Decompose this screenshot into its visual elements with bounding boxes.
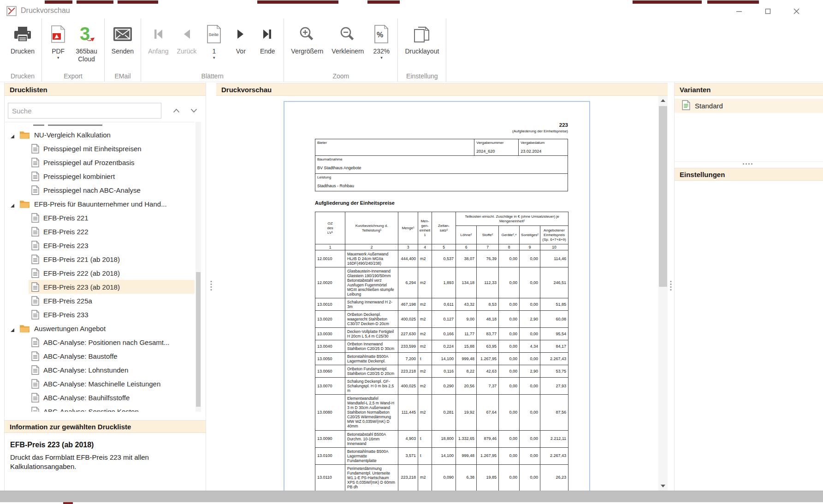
ep-table-cell: 14,100 bbox=[432, 353, 456, 365]
toolbar-button-232[interactable]: %232%▾ bbox=[368, 21, 395, 61]
document-icon bbox=[31, 185, 39, 195]
minimize-icon bbox=[736, 8, 742, 14]
close-button[interactable] bbox=[786, 4, 807, 18]
info-title: EFB-Preis 223 (ab 2018) bbox=[10, 441, 200, 449]
tree-item-abc-analyse-lohnstunden[interactable]: ABC-Analyse: Lohnstunden bbox=[5, 363, 195, 377]
tree-item-preisspiegel-mit-einheitspreisen[interactable]: Preisspiegel mit Einheitspreisen bbox=[5, 142, 195, 155]
ep-table-cell: 8,22 bbox=[456, 365, 477, 378]
tree-expander-icon[interactable] bbox=[10, 132, 15, 141]
ep-table-row: 13.0060Ortbeton Fundamentpl. Stahlbeton … bbox=[315, 365, 568, 378]
ep-table-cell: 0,537 bbox=[432, 250, 456, 267]
tree-item-preisspiegel-kombiniert[interactable]: Preisspiegel kombiniert bbox=[5, 169, 195, 183]
search-input[interactable] bbox=[8, 103, 161, 119]
info-splitter[interactable] bbox=[5, 415, 206, 419]
ep-column-number: 7 bbox=[477, 244, 499, 250]
toolbar-button-drucklayout[interactable]: Drucklayout bbox=[401, 21, 443, 61]
tree-item-label: EFB-Preis 222 bbox=[43, 228, 89, 236]
tree-item-efb-preis-223-ab-2018[interactable]: EFB-Preis 223 (ab 2018) bbox=[5, 280, 195, 294]
ep-table-cell: m2 bbox=[418, 298, 432, 311]
ep-column-header: Kurzbezeichnung d. Teilleistung¹ bbox=[345, 212, 398, 244]
title-bar[interactable]: Druckvorschau bbox=[0, 4, 823, 18]
toolbar-button-ende[interactable]: Ende bbox=[254, 21, 281, 61]
tree-item-abc-analyse-positionen-nach-gesamt[interactable]: ABC-Analyse: Positionen nach Gesamt... bbox=[5, 335, 195, 349]
ep-table-cell: Ortbeton Innenwand Stahlbeton C20/25 D 3… bbox=[345, 340, 398, 353]
tree-item-efb-preis-222-ab-2018[interactable]: EFB-Preis 222 (ab 2018) bbox=[5, 266, 195, 280]
variant-item-standard[interactable]: Standard bbox=[675, 99, 823, 113]
scroll-up-button[interactable] bbox=[658, 96, 668, 105]
toolbar-button-senden[interactable]: Senden bbox=[107, 21, 138, 61]
tree-item-efb-preis-221-ab-2018[interactable]: EFB-Preis 221 (ab 2018) bbox=[5, 252, 195, 266]
tree-item-efb-preis-223[interactable]: EFB-Preis 223 bbox=[5, 238, 195, 252]
search-prev-button[interactable] bbox=[171, 107, 182, 115]
tree-item-efb-preis-225a[interactable]: EFB-Preis 225a bbox=[5, 294, 195, 308]
tree-item-label: Preisspiegel nach ABC-Analyse bbox=[43, 186, 141, 194]
scroll-down-button[interactable] bbox=[658, 481, 668, 491]
ep-table-cell: 3,571 bbox=[398, 447, 418, 464]
chevron-down-icon bbox=[190, 108, 197, 113]
ep-table-cell: 999,48 bbox=[456, 447, 477, 464]
tree-item-efb-preis-für-bauunternehmer-und-hand[interactable]: EFB-Preis für Bauunternehmer und Hand... bbox=[5, 197, 195, 211]
toolbar-button-365bau-cloud[interactable]: 3365bau Cloud bbox=[71, 21, 101, 69]
toolbar-button-vergrößern[interactable]: Vergrößern bbox=[287, 21, 327, 61]
ep-table-cell: 134,18 bbox=[456, 267, 477, 298]
tree-item-efb-preis-221[interactable]: EFB-Preis 221 bbox=[5, 211, 195, 225]
toolbar-button-label: 232% bbox=[373, 47, 390, 55]
preview-viewport[interactable]: 223 (Aufgliederung der Einheitspreise) B… bbox=[216, 96, 658, 491]
panel-splitter-left[interactable] bbox=[206, 82, 216, 491]
document-icon bbox=[31, 351, 39, 361]
toolbar-button-zurück: Zurück bbox=[173, 21, 201, 61]
tree-item-abc-analyse-baustoffe[interactable]: ABC-Analyse: Baustoffe bbox=[5, 349, 195, 363]
tree-expander-icon[interactable] bbox=[10, 326, 15, 334]
meta-cell-vergabenummer: Vergabenummer 2024_620 bbox=[474, 139, 519, 156]
ep-table-cell: 1.267,95 bbox=[477, 353, 499, 365]
ep-column-number: 6 bbox=[456, 244, 477, 250]
tree-item-auswertungen-angebot[interactable]: Auswertungen Angebot bbox=[5, 321, 195, 335]
tree-item-preisspiegel-auf-prozentbasis[interactable]: Preisspiegel auf Prozentbasis bbox=[5, 155, 195, 169]
tree-item-abc-analyse-maschinelle-leistungen[interactable]: ABC-Analyse: Maschinelle Leistungen bbox=[5, 377, 195, 391]
tree-item-preisspiegel-nach-abc-analyse[interactable]: Preisspiegel nach ABC-Analyse bbox=[5, 183, 195, 197]
ep-table-cell: 26,23 bbox=[540, 464, 568, 491]
form-section-title: Aufgliederung der Einheitspreise bbox=[315, 200, 568, 206]
tree-expander-icon[interactable] bbox=[10, 202, 15, 210]
druckvorschau-window: Druckvorschau DruckenDruckenPDF▾3365bau … bbox=[0, 4, 823, 502]
maximize-button[interactable] bbox=[757, 4, 778, 18]
main-area: Drucklisten NU-Vergleich KalkulationPrei… bbox=[0, 82, 823, 491]
ep-table-cell: 233,599 bbox=[398, 340, 418, 353]
ep-table-cell: Betonstahlmatte B500A Lagermatte Deckenp… bbox=[345, 353, 398, 365]
toolbar-group-caption: Drucken bbox=[6, 71, 39, 81]
tree-item-efb-preis-233[interactable]: EFB-Preis 233 bbox=[5, 308, 195, 321]
toolbar-button-vor[interactable]: Vor bbox=[227, 21, 254, 61]
ep-table-cell: 0,00 bbox=[499, 365, 520, 378]
ep-table-cell: 27,93 bbox=[540, 378, 568, 395]
tree-item-nu-vergleich-kalkulation[interactable]: NU-Vergleich Kalkulation bbox=[5, 128, 195, 142]
info-description: Druckt das Formblatt EFB-Preis 223 mit a… bbox=[10, 453, 176, 471]
ep-table-cell: 11,77 bbox=[456, 328, 477, 340]
preview-scrollbar[interactable] bbox=[658, 96, 668, 491]
panel-splitter-right[interactable] bbox=[668, 82, 674, 491]
tree-item-label: ABC-Analyse: Lohnstunden bbox=[43, 366, 128, 374]
toolbar-button-drucken[interactable]: Drucken bbox=[6, 21, 39, 61]
toolbar-button-verkleinern[interactable]: Verkleinern bbox=[327, 21, 368, 61]
preview-scrollbar-thumb[interactable] bbox=[659, 106, 667, 287]
toolbar-button-pdf[interactable]: PDF▾ bbox=[45, 21, 71, 61]
envelope-icon bbox=[113, 22, 132, 46]
maximize-icon bbox=[765, 8, 771, 14]
ep-group-header: Teilkosten einschl. Zuschläge in € (ohne… bbox=[456, 212, 568, 226]
varianten-splitter[interactable] bbox=[675, 161, 823, 166]
search-next-button[interactable] bbox=[188, 107, 199, 115]
tree-item-efb-preis-222[interactable]: EFB-Preis 222 bbox=[5, 225, 195, 238]
tree-scrollbar-thumb[interactable] bbox=[196, 272, 201, 407]
tree-item-abc-analyse-sonstige-kosten[interactable]: ABC-Analyse: Sonstige Kosten bbox=[5, 404, 195, 412]
tree-scrollbar[interactable] bbox=[195, 122, 201, 412]
document-icon bbox=[31, 158, 39, 167]
toolbar-button-label: Drucken bbox=[11, 47, 35, 55]
ep-table-cell: 9,00 bbox=[456, 311, 477, 328]
tree-item-abc-analyse-bauhilfsstoffe[interactable]: ABC-Analyse: Bauhilfsstoffe bbox=[5, 391, 195, 404]
meta-cell-bieter: Bieter bbox=[315, 139, 474, 156]
ep-table-cell: 0,166 bbox=[432, 328, 456, 340]
toolbar-group-blättern: AnfangZurückSeite1▾VorEndeBlättern bbox=[141, 18, 284, 82]
toolbar-button-1[interactable]: Seite1▾ bbox=[201, 21, 227, 61]
minimize-button[interactable] bbox=[728, 4, 750, 18]
toolbar-button-anfang: Anfang bbox=[144, 21, 172, 61]
document-icon bbox=[31, 379, 39, 389]
